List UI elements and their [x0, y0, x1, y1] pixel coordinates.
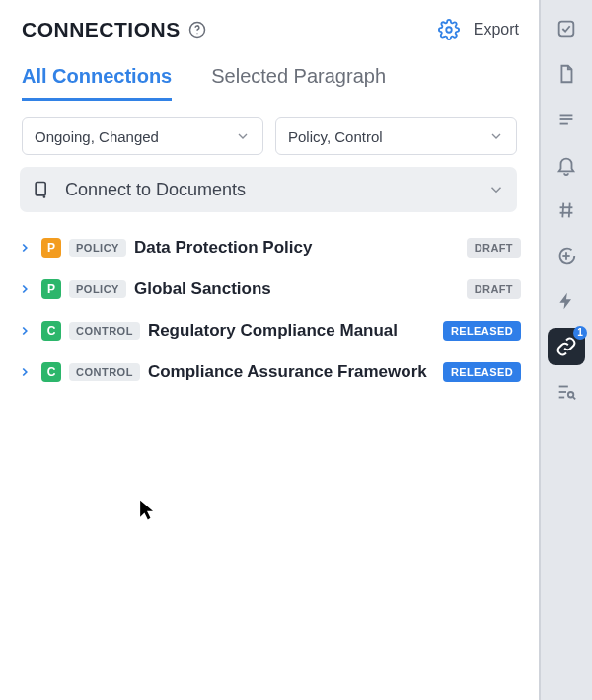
- sidebar-hash-icon[interactable]: [548, 192, 585, 229]
- svg-point-1: [196, 33, 197, 34]
- sidebar-bell-icon[interactable]: [548, 146, 585, 184]
- filter-type-select[interactable]: Policy, Control: [275, 117, 517, 155]
- sidebar-comment-add-icon[interactable]: [548, 237, 585, 274]
- svg-rect-3: [36, 183, 45, 195]
- panel-title: CONNECTIONS: [22, 18, 181, 41]
- chevron-down-icon: [488, 128, 504, 144]
- type-square-icon: C: [41, 362, 61, 382]
- type-pill: POLICY: [69, 239, 126, 257]
- status-badge: DRAFT: [467, 238, 521, 258]
- expand-caret-icon[interactable]: [18, 241, 34, 255]
- status-badge: RELEASED: [443, 362, 521, 382]
- export-button[interactable]: Export: [474, 21, 519, 39]
- type-pill: POLICY: [69, 280, 126, 298]
- sidebar-document-icon[interactable]: [548, 55, 585, 93]
- type-square-icon: C: [41, 321, 61, 341]
- type-pill: CONTROL: [69, 322, 140, 340]
- sidebar-badge: 1: [573, 326, 587, 340]
- connect-to-documents-button[interactable]: Connect to Documents: [20, 167, 517, 212]
- expand-caret-icon[interactable]: [18, 365, 34, 379]
- panel-header: CONNECTIONS Export: [0, 0, 539, 45]
- expand-caret-icon[interactable]: [18, 282, 34, 296]
- connections-list: PPOLICYData Protection PolicyDRAFTPPOLIC…: [0, 220, 539, 382]
- document-title[interactable]: Regulatory Compliance Manual: [148, 321, 398, 341]
- tab-selected-paragraph[interactable]: Selected Paragraph: [211, 65, 386, 101]
- cursor-icon: [138, 499, 156, 522]
- sidebar-link-icon[interactable]: 1: [548, 328, 585, 365]
- type-square-icon: P: [41, 238, 61, 258]
- expand-caret-icon[interactable]: [18, 324, 34, 338]
- connection-row: PPOLICYGlobal SanctionsDRAFT: [18, 279, 521, 299]
- filter-status-value: Ongoing, Changed: [35, 128, 159, 145]
- svg-line-18: [573, 397, 575, 399]
- svg-line-11: [569, 203, 570, 218]
- svg-line-10: [562, 203, 563, 218]
- document-title[interactable]: Global Sanctions: [134, 279, 271, 299]
- help-icon[interactable]: [188, 21, 206, 39]
- connect-document-icon: [32, 180, 51, 199]
- connection-row: CCONTROLRegulatory Compliance ManualRELE…: [18, 321, 521, 341]
- tab-all-connections[interactable]: All Connections: [22, 65, 172, 101]
- sidebar-checkbox-icon[interactable]: [548, 10, 585, 47]
- connection-row: CCONTROLCompliance Assurance FrameworkRE…: [18, 362, 521, 382]
- svg-point-17: [568, 392, 574, 398]
- sidebar-search-list-icon[interactable]: [548, 373, 585, 411]
- filter-type-value: Policy, Control: [288, 128, 383, 145]
- sidebar-list-icon[interactable]: [548, 101, 585, 138]
- svg-rect-4: [559, 22, 574, 37]
- document-title[interactable]: Compliance Assurance Framework: [148, 362, 427, 382]
- connect-bar-label: Connect to Documents: [65, 180, 246, 200]
- status-badge: RELEASED: [443, 321, 521, 341]
- status-badge: DRAFT: [467, 279, 521, 299]
- app-root: CONNECTIONS Export All Connections Selec…: [0, 0, 592, 700]
- chevron-down-icon: [235, 128, 251, 144]
- chevron-down-icon: [487, 181, 505, 198]
- connections-panel: CONNECTIONS Export All Connections Selec…: [0, 0, 541, 700]
- gear-icon[interactable]: [438, 19, 460, 40]
- svg-point-2: [446, 27, 452, 33]
- sidebar-bolt-icon[interactable]: [548, 282, 585, 320]
- right-sidebar: 1: [541, 0, 592, 700]
- type-square-icon: P: [41, 279, 61, 299]
- filter-status-select[interactable]: Ongoing, Changed: [22, 117, 263, 155]
- connection-row: PPOLICYData Protection PolicyDRAFT: [18, 238, 521, 258]
- tabs: All Connections Selected Paragraph: [0, 45, 539, 102]
- filters-row: Ongoing, Changed Policy, Control: [0, 102, 539, 163]
- type-pill: CONTROL: [69, 363, 140, 381]
- document-title[interactable]: Data Protection Policy: [134, 238, 312, 258]
